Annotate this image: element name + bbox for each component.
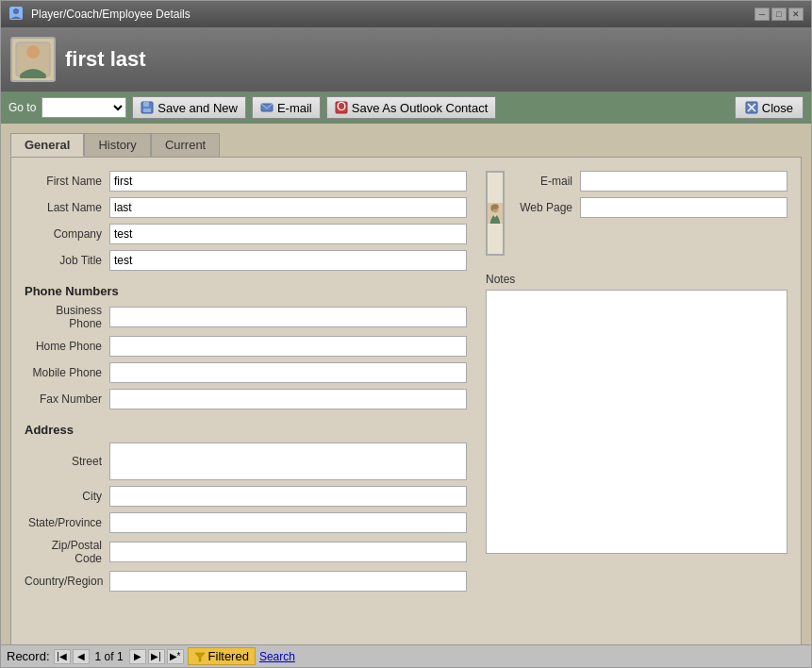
zip-input[interactable] [109,542,467,562]
tab-content-general: First Name Last Name Company Job Title [10,157,802,644]
email-input[interactable] [580,171,787,192]
nav-next-button[interactable]: ▶ [129,649,146,664]
close-icon [745,101,758,114]
main-window: Player/Coach/Employee Details ─ □ ✕ firs… [0,0,812,668]
title-bar-controls: ─ □ ✕ [754,8,804,21]
zip-row: Zip/Postal Code [25,539,467,565]
nav-last-button[interactable]: ▶| [148,649,165,664]
goto-label: Go to [8,101,36,114]
last-name-input[interactable] [109,197,467,218]
last-name-row: Last Name [25,197,467,218]
save-outlook-button[interactable]: O Save As Outlook Contact [326,96,497,119]
filtered-badge: Filtered [188,647,256,665]
fax-number-row: Fax Number [25,389,467,409]
company-row: Company [25,224,467,244]
title-bar-text: Player/Coach/Employee Details [31,8,191,21]
business-phone-row: Business Phone [25,304,467,330]
minimize-button[interactable]: ─ [754,8,770,21]
notes-input[interactable] [486,290,787,554]
close-window-button[interactable]: ✕ [788,8,804,21]
goto-select[interactable]: General History Current [41,97,126,118]
contact-fields: E-mail Web Page [514,171,787,263]
svg-text:O: O [337,101,346,113]
webpage-label: Web Page [514,201,580,214]
tab-current[interactable]: Current [151,133,220,157]
company-label: Company [25,227,109,241]
job-title-label: Job Title [25,254,109,267]
email-btn-label: E-mail [277,101,312,115]
svg-rect-7 [143,109,151,112]
webpage-input[interactable] [580,197,787,218]
fax-number-input[interactable] [109,389,467,409]
photo-box [486,171,505,256]
maximize-button[interactable]: □ [771,8,787,21]
phone-section-title: Phone Numbers [25,284,467,298]
filtered-label: Filtered [208,649,249,663]
nav-new-button[interactable]: ▶* [167,649,184,664]
job-title-row: Job Title [25,250,467,271]
first-name-input[interactable] [109,171,467,192]
save-and-new-label: Save and New [157,101,238,115]
tab-history[interactable]: History [84,133,150,157]
street-input[interactable] [109,443,467,480]
company-input[interactable] [109,224,467,244]
email-label: E-mail [514,175,580,188]
country-input[interactable] [109,571,467,592]
state-input[interactable] [109,512,467,533]
title-bar: Player/Coach/Employee Details ─ □ ✕ [1,1,811,27]
svg-point-1 [13,8,19,14]
header-bar: first last [1,27,811,92]
svg-point-18 [493,208,494,209]
status-bar: Record: |◀ ◀ 1 of 1 ▶ ▶| ▶* Filtered Sea… [1,644,811,667]
nav-prev-button[interactable]: ◀ [73,649,90,664]
svg-point-19 [496,208,497,209]
form-right: E-mail Web Page Notes [486,171,787,597]
svg-marker-20 [195,653,205,661]
form-left: First Name Last Name Company Job Title [25,171,467,597]
city-label: City [25,490,109,503]
mobile-phone-input[interactable] [109,362,467,383]
record-label: Record: [7,649,50,663]
city-input[interactable] [109,486,467,507]
home-phone-row: Home Phone [25,336,467,357]
record-nav: |◀ ◀ 1 of 1 ▶ ▶| ▶* [54,649,184,664]
business-phone-label: Business Phone [25,304,109,330]
address-section-title: Address [25,423,467,437]
mobile-phone-label: Mobile Phone [25,366,109,379]
save-and-new-button[interactable]: Save and New [132,96,246,119]
webpage-row: Web Page [514,197,787,218]
search-link[interactable]: Search [259,650,295,663]
content-area: General History Current First Name [1,124,811,644]
state-row: State/Province [25,512,467,533]
country-row: Country/Region [25,571,467,592]
nav-first-button[interactable]: |◀ [54,649,71,664]
notes-label: Notes [486,273,787,286]
toolbar: Go to General History Current Save and N… [1,92,811,124]
first-name-row: First Name [25,171,467,192]
mobile-phone-row: Mobile Phone [25,362,467,383]
home-phone-input[interactable] [109,336,467,357]
country-label: Country/Region [25,575,109,588]
filter-icon [194,651,206,662]
email-button[interactable]: E-mail [252,96,321,119]
outlook-icon: O [335,101,348,114]
fax-number-label: Fax Number [25,392,109,406]
zip-label: Zip/Postal Code [25,539,109,565]
first-name-label: First Name [25,175,109,188]
person-photo [488,175,503,252]
svg-point-17 [490,205,493,210]
svg-rect-6 [143,102,149,107]
close-button[interactable]: Close [735,96,804,119]
last-name-label: Last Name [25,201,109,214]
job-title-input[interactable] [109,250,467,271]
tab-general[interactable]: General [10,133,84,157]
home-phone-label: Home Phone [25,340,109,353]
street-row: Street [25,443,467,480]
save-outlook-label: Save As Outlook Contact [352,101,489,115]
email-icon [260,101,273,114]
tabs: General History Current [10,133,802,157]
title-bar-icon [8,6,24,24]
svg-point-3 [26,45,40,58]
business-phone-input[interactable] [109,307,467,327]
header-icon [10,37,56,82]
